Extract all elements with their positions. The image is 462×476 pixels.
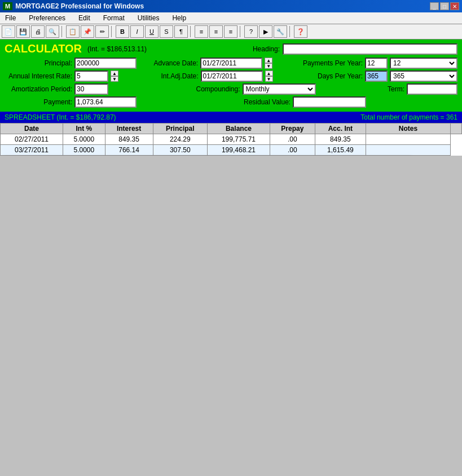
tb-print[interactable]: 🖨 [31,25,45,38]
principal-label: Principal: [5,59,72,67]
dpy-input[interactable] [365,70,388,82]
cell-prepay: .00 [270,145,315,156]
payment-input[interactable] [74,96,137,108]
advance-date-label: Advance Date: [153,59,198,67]
principal-input[interactable] [74,58,137,69]
ppy-select[interactable]: 12 24 52 [390,58,457,69]
tb-align-left[interactable]: ≡ [195,25,208,38]
residual-label: Residual Value: [244,98,291,106]
int-adj-label: Int.Adj.Date: [161,72,198,80]
app-icon: M [3,2,12,10]
tb-nav[interactable]: ▶ [259,25,272,38]
residual-input[interactable] [293,96,366,108]
menu-file[interactable]: File [3,14,18,23]
dpy-select[interactable]: 365 360 [390,70,457,82]
amort-input[interactable] [74,83,108,95]
cell-interest: 849.35 [105,134,153,145]
menu-bar: File Preferences Edit Format Utilities H… [0,12,462,24]
annual-rate-label: Annual Interest Rate: [5,72,72,80]
calculator-section: CALCULATOR (Int. = $186,513.11) Heading:… [0,39,462,112]
term-label: Term: [388,85,404,93]
tb-paste[interactable]: 📌 [81,25,94,38]
tb-underline[interactable]: U [145,25,159,38]
amort-label: Amortization Period: [5,85,72,93]
advance-date-input[interactable] [200,58,262,69]
cell-notes [366,145,451,156]
payment-label: Payment: [5,98,72,106]
tb-help[interactable]: ? [244,25,258,38]
ppy-input[interactable] [365,58,388,69]
tb-edit[interactable]: ✏ [95,25,109,38]
col-balance: Balance [207,124,270,134]
col-interest: Interest [105,124,153,134]
maximize-btn[interactable]: □ [440,2,449,10]
cell-acc-int: 1,615.49 [315,145,366,156]
heading-input[interactable] [283,43,457,55]
int-adj-spinner[interactable]: ▲ ▼ [265,70,273,82]
cell-principal: 224.29 [153,134,207,145]
advance-date-spinner[interactable]: ▲ ▼ [265,58,272,69]
ss-title: SPREADSHEET (Int. = $186,792.87) [5,113,116,121]
menu-edit[interactable]: Edit [76,14,93,23]
minimize-btn[interactable]: _ [430,2,439,10]
menu-format[interactable]: Format [101,14,127,23]
spreadsheet-header: SPREADSHEET (Int. = $186,792.87) Total n… [0,112,462,123]
app-title: MORTGAGE2 Professional for Windows [15,2,144,10]
cell-interest: 766.14 [105,145,153,156]
cell-balance: 199,775.71 [207,134,270,145]
table-row[interactable]: 02/27/2011 5.0000 849.35 224.29 199,775.… [1,134,462,145]
tb-italic[interactable]: I [130,25,144,38]
col-prepay: Prepay [270,124,315,134]
tb-save[interactable]: 💾 [16,25,30,38]
int-adj-input[interactable] [201,70,263,82]
tb-info[interactable]: ❓ [294,25,307,38]
compounding-select[interactable]: Monthly Semi-Annual Annual [243,83,316,95]
tb-calc[interactable]: 🔧 [274,25,287,38]
col-notes: Notes [366,124,451,134]
cell-int-pct: 5.0000 [63,145,105,156]
col-int-pct: Int % [63,124,105,134]
calc-subtitle: (Int. = $186,513.11) [87,45,147,53]
calc-title: CALCULATOR [5,42,82,55]
tb-align-right[interactable]: ≡ [224,25,237,38]
cell-balance: 199,468.21 [207,145,270,156]
title-bar: M MORTGAGE2 Professional for Windows _ □… [0,0,462,12]
tb-align-center[interactable]: ≡ [209,25,223,38]
col-date: Date [1,124,63,134]
toolbar: 📄 💾 🖨 🔍 📋 📌 ✏ B I U S ¶ ≡ ≡ ≡ ? ▶ 🔧 ❓ [0,24,462,39]
tb-copy[interactable]: 📋 [66,25,80,38]
menu-utilities[interactable]: Utilities [135,14,162,23]
cell-principal: 307.50 [153,145,207,156]
ppy-label: Payments Per Year: [303,59,363,67]
cell-acc-int: 849.35 [315,134,366,145]
tb-new[interactable]: 📄 [2,25,15,38]
close-btn[interactable]: ✕ [450,2,459,10]
annual-rate-input[interactable] [74,70,108,82]
tb-format1[interactable]: ¶ [174,25,188,38]
cell-date: 03/27/2011 [1,145,63,156]
term-input[interactable] [407,83,457,95]
cell-prepay: .00 [270,134,315,145]
table-row[interactable]: 03/27/2011 5.0000 766.14 307.50 199,468.… [1,145,462,156]
tb-preview[interactable]: 🔍 [46,25,59,38]
col-principal: Principal [153,124,207,134]
tb-strikethrough[interactable]: S [160,25,173,38]
heading-label: Heading: [253,45,280,53]
tb-bold[interactable]: B [116,25,129,38]
ss-total-payments: Total number of payments = 361 [360,113,457,121]
menu-help[interactable]: Help [170,14,188,23]
dpy-label: Days Per Year: [318,72,363,80]
menu-preferences[interactable]: Preferences [27,14,68,23]
compounding-label: Compounding: [196,85,240,93]
cell-date: 02/27/2011 [1,134,63,145]
cell-notes [366,134,451,145]
annual-rate-spinner[interactable]: ▲ ▼ [111,70,118,82]
cell-int-pct: 5.0000 [63,134,105,145]
col-acc-int: Acc. Int [315,124,366,134]
spreadsheet-table: Date Int % Interest Principal Balance Pr… [0,123,462,156]
